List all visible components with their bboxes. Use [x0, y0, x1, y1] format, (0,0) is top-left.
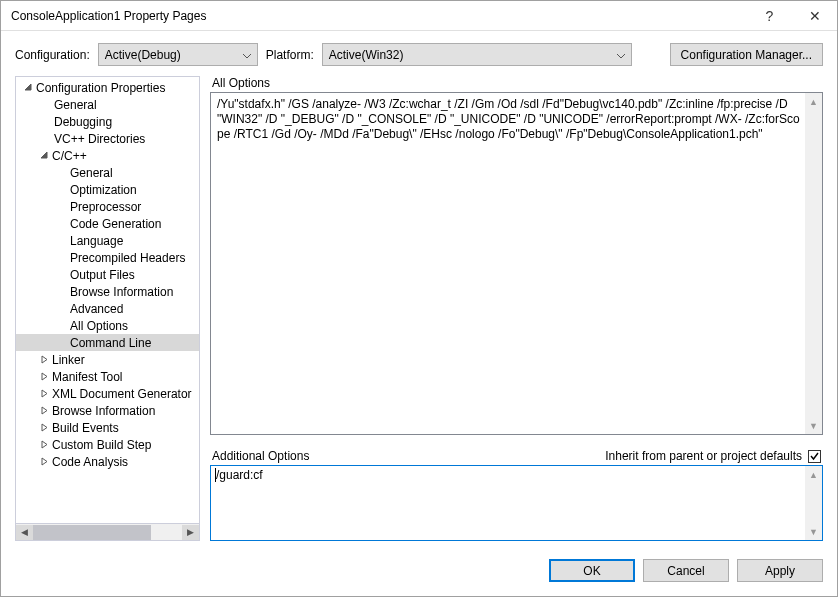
tree-config-properties[interactable]: Configuration Properties: [16, 79, 199, 96]
chevron-down-icon: [617, 48, 625, 62]
tree-cxx-general[interactable]: General: [16, 164, 199, 181]
tree-cxx-outputfiles[interactable]: Output Files: [16, 266, 199, 283]
tree-browseinfo[interactable]: Browse Information: [16, 402, 199, 419]
inherit-checkbox[interactable]: [808, 450, 821, 463]
inherit-checkbox-wrap[interactable]: Inherit from parent or project defaults: [605, 449, 821, 463]
ok-label: OK: [583, 564, 600, 578]
apply-button[interactable]: Apply: [737, 559, 823, 582]
configuration-manager-label: Configuration Manager...: [681, 48, 812, 62]
all-options-text: /Yu"stdafx.h" /GS /analyze- /W3 /Zc:wcha…: [211, 93, 822, 146]
main-area: Configuration Properties General Debuggi…: [1, 76, 837, 549]
scroll-down-button[interactable]: ▼: [805, 523, 822, 540]
expander-open-icon[interactable]: [22, 83, 34, 92]
help-button[interactable]: ?: [747, 1, 792, 30]
config-row: Configuration: Active(Debug) Platform: A…: [1, 31, 837, 76]
tree-cxx[interactable]: C/C++: [16, 147, 199, 164]
tree-label: Linker: [52, 353, 85, 367]
tree-label: Advanced: [70, 302, 123, 316]
all-options-textbox[interactable]: /Yu"stdafx.h" /GS /analyze- /W3 /Zc:wcha…: [210, 92, 823, 435]
tree-linker[interactable]: Linker: [16, 351, 199, 368]
tree-label: All Options: [70, 319, 128, 333]
tree-hscrollbar[interactable]: ◀ ▶: [15, 524, 200, 541]
tree-manifest[interactable]: Manifest Tool: [16, 368, 199, 385]
scroll-up-button[interactable]: ▲: [805, 466, 822, 483]
property-pages-window: ConsoleApplication1 Property Pages ? ✕ C…: [0, 0, 838, 597]
window-title: ConsoleApplication1 Property Pages: [11, 9, 747, 23]
tree-debugging[interactable]: Debugging: [16, 113, 199, 130]
tree-label: Optimization: [70, 183, 137, 197]
expander-open-icon[interactable]: [38, 151, 50, 160]
tree-general[interactable]: General: [16, 96, 199, 113]
tree-label: XML Document Generator: [52, 387, 192, 401]
expander-closed-icon[interactable]: [38, 355, 50, 364]
scroll-down-button[interactable]: ▼: [805, 417, 822, 434]
close-button[interactable]: ✕: [792, 1, 837, 30]
dialog-footer: OK Cancel Apply: [1, 549, 837, 596]
tree-cxx-pch[interactable]: Precompiled Headers: [16, 249, 199, 266]
tree-label: Browse Information: [70, 285, 173, 299]
tree-cxx-browseinfo[interactable]: Browse Information: [16, 283, 199, 300]
tree-cxx-allopts[interactable]: All Options: [16, 317, 199, 334]
tree-label: Build Events: [52, 421, 119, 435]
tree-custombuild[interactable]: Custom Build Step: [16, 436, 199, 453]
additional-options-textbox[interactable]: /guard:cf ▲ ▼: [210, 465, 823, 541]
titlebar: ConsoleApplication1 Property Pages ? ✕: [1, 1, 837, 31]
tree-label: General: [54, 98, 97, 112]
configuration-combo[interactable]: Active(Debug): [98, 43, 258, 66]
scroll-thumb[interactable]: [33, 525, 151, 540]
additional-options-vscrollbar[interactable]: ▲ ▼: [805, 466, 822, 540]
expander-closed-icon[interactable]: [38, 440, 50, 449]
tree-label: Language: [70, 234, 123, 248]
tree-label: Manifest Tool: [52, 370, 122, 384]
property-tree[interactable]: Configuration Properties General Debuggi…: [15, 76, 200, 524]
tree-label: Preprocessor: [70, 200, 141, 214]
expander-closed-icon[interactable]: [38, 372, 50, 381]
tree-cxx-cmdline[interactable]: Command Line: [16, 334, 199, 351]
tree-cxx-preprocessor[interactable]: Preprocessor: [16, 198, 199, 215]
tree-label: Debugging: [54, 115, 112, 129]
chevron-down-icon: [243, 48, 251, 62]
tree-cxx-language[interactable]: Language: [16, 232, 199, 249]
tree-cxx-codegen[interactable]: Code Generation: [16, 215, 199, 232]
all-options-vscrollbar[interactable]: ▲ ▼: [805, 93, 822, 434]
platform-value: Active(Win32): [329, 48, 404, 62]
additional-options-header: Additional Options Inherit from parent o…: [210, 449, 823, 465]
cancel-button[interactable]: Cancel: [643, 559, 729, 582]
additional-options-label: Additional Options: [212, 449, 605, 463]
configuration-label: Configuration:: [15, 48, 90, 62]
right-panel: All Options /Yu"stdafx.h" /GS /analyze- …: [210, 76, 823, 541]
apply-label: Apply: [765, 564, 795, 578]
platform-label: Platform:: [266, 48, 314, 62]
tree-label: Code Analysis: [52, 455, 128, 469]
scroll-track[interactable]: [33, 525, 182, 540]
tree-cxx-advanced[interactable]: Advanced: [16, 300, 199, 317]
scroll-up-button[interactable]: ▲: [805, 93, 822, 110]
tree-buildevents[interactable]: Build Events: [16, 419, 199, 436]
inherit-label: Inherit from parent or project defaults: [605, 449, 802, 463]
tree-label: Precompiled Headers: [70, 251, 185, 265]
scroll-left-button[interactable]: ◀: [16, 525, 33, 540]
check-icon: [809, 451, 820, 462]
tree-label: Output Files: [70, 268, 135, 282]
tree-xmldoc[interactable]: XML Document Generator: [16, 385, 199, 402]
all-options-label: All Options: [210, 76, 823, 92]
expander-closed-icon[interactable]: [38, 457, 50, 466]
help-icon: ?: [766, 8, 774, 24]
configuration-value: Active(Debug): [105, 48, 181, 62]
tree-label: Browse Information: [52, 404, 155, 418]
scroll-right-button[interactable]: ▶: [182, 525, 199, 540]
tree-label: General: [70, 166, 113, 180]
expander-closed-icon[interactable]: [38, 423, 50, 432]
ok-button[interactable]: OK: [549, 559, 635, 582]
tree-cxx-optimization[interactable]: Optimization: [16, 181, 199, 198]
tree-codeanalysis[interactable]: Code Analysis: [16, 453, 199, 470]
platform-combo[interactable]: Active(Win32): [322, 43, 632, 66]
configuration-manager-button[interactable]: Configuration Manager...: [670, 43, 823, 66]
expander-closed-icon[interactable]: [38, 389, 50, 398]
expander-closed-icon[interactable]: [38, 406, 50, 415]
tree-panel: Configuration Properties General Debuggi…: [15, 76, 200, 541]
cancel-label: Cancel: [667, 564, 704, 578]
tree-vcdirs[interactable]: VC++ Directories: [16, 130, 199, 147]
tree-label: Code Generation: [70, 217, 161, 231]
additional-options-text: /guard:cf: [211, 466, 822, 484]
